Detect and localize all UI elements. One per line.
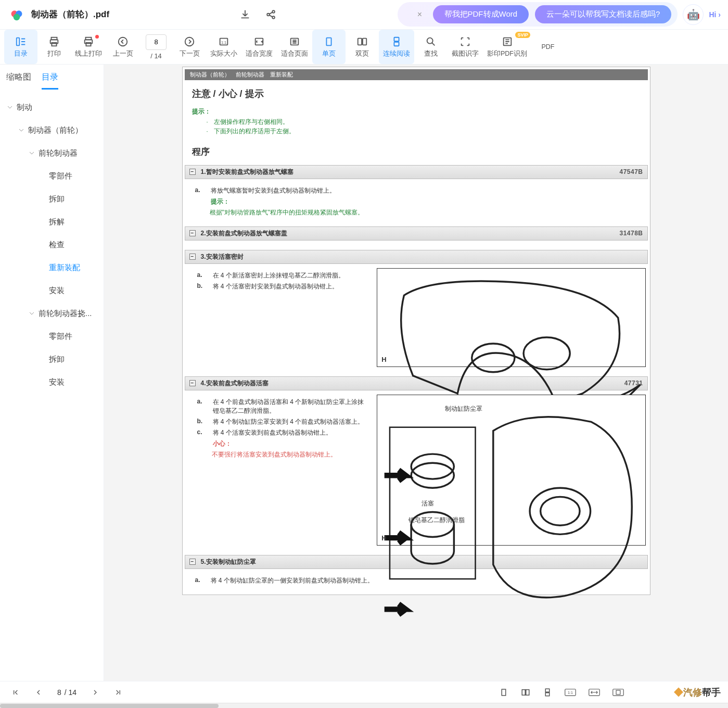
single-view-icon[interactable] [499, 688, 508, 697]
horizontal-scrollbar[interactable] [0, 703, 728, 708]
assistant-avatar-icon[interactable]: 🤖 [683, 4, 704, 25]
tool-print[interactable]: 打印 [37, 30, 71, 64]
search-icon [425, 36, 437, 47]
collapse-icon[interactable]: − [189, 230, 196, 236]
toc-item[interactable]: 前轮制动器挠... [0, 302, 104, 325]
notification-dot-icon [95, 35, 99, 39]
step-title: 5.安装制动缸防尘罩 [201, 558, 256, 566]
toc-item[interactable]: 拆卸 [0, 187, 104, 210]
svg-point-2 [14, 14, 20, 20]
app-logo-icon [9, 7, 24, 22]
toc-item[interactable]: 制动器（前轮） [0, 119, 104, 142]
toc-label: 安装 [49, 286, 65, 296]
step-header: − 1.暂时安装前盘式制动器放气螺塞 47547B [185, 165, 648, 179]
tool-pdf-label: PDF [542, 43, 555, 50]
first-page-icon[interactable] [11, 688, 20, 697]
svg-rect-23 [394, 42, 399, 45]
tool-actual-size[interactable]: 1:1 实际大小 [206, 30, 241, 64]
figure: H [377, 268, 645, 367]
svg-point-32 [530, 488, 591, 534]
document-viewport[interactable]: 制动器（前轮） 前轮制动器 重新装配 注意 / 小心 / 提示 提示： 左侧操作… [104, 65, 728, 681]
collapse-icon[interactable]: − [189, 254, 196, 260]
share-icon[interactable] [265, 9, 277, 20]
chevron-left-circle-icon [117, 36, 129, 47]
promo-button-1[interactable]: 帮我把PDF转成Word [433, 5, 529, 23]
toc-item[interactable]: 零部件 [0, 325, 104, 348]
breadcrumb: 制动器（前轮） 前轮制动器 重新装配 [185, 69, 648, 80]
print-icon [48, 36, 60, 47]
toc-item[interactable]: 拆解 [0, 210, 104, 233]
page-number-input[interactable] [146, 34, 167, 50]
step-title: 3.安装活塞密封 [201, 252, 244, 261]
svg-point-13 [119, 37, 127, 46]
download-icon[interactable] [239, 9, 251, 20]
tool-pdf[interactable]: PDF [531, 30, 565, 64]
tool-photo-ocr-label: 影印PDF识别 [487, 49, 527, 58]
tool-photo-ocr[interactable]: SVIP 影印PDF识别 [483, 30, 531, 64]
step-header: − 3.安装活塞密封 [185, 250, 648, 264]
zoom-11-icon[interactable]: 1:1 [565, 688, 576, 697]
toc-item[interactable]: 安装 [0, 279, 104, 302]
prev-page-icon[interactable] [34, 688, 43, 697]
toc-label: 拆解 [49, 217, 65, 227]
toc-item[interactable]: 零部件 [0, 165, 104, 187]
step-title: 1.暂时安装前盘式制动器放气螺塞 [201, 168, 293, 176]
toc-item-active[interactable]: 重新装配 [0, 256, 104, 279]
promo-button-2[interactable]: 云一朵可以帮我写文档读后感吗? [535, 5, 671, 23]
svg-rect-38 [545, 692, 550, 696]
double-view-icon[interactable] [521, 688, 530, 697]
tool-fit-page[interactable]: 适合页面 [277, 30, 312, 64]
catalog-icon [15, 36, 27, 47]
tool-online-print[interactable]: 线上打印 [71, 30, 106, 64]
promo-close-button[interactable]: × [413, 8, 427, 21]
svg-rect-20 [358, 38, 362, 45]
next-page-icon[interactable] [91, 688, 99, 697]
tool-next-page[interactable]: 下一页 [173, 30, 206, 64]
step-title: 4.安装前盘式制动器活塞 [201, 379, 269, 388]
zoom-fit-icon[interactable] [612, 688, 624, 697]
collapse-icon[interactable]: − [189, 169, 196, 175]
tab-toc[interactable]: 目录 [42, 72, 58, 90]
collapse-icon[interactable]: − [189, 380, 196, 386]
step-text: 将 4 个活塞安装到前盘式制动器制动钳上。 [213, 428, 369, 437]
continuous-view-icon[interactable] [543, 688, 552, 697]
figure: 制动缸防尘罩 活塞 锂皂基乙二醇润滑脂 H [377, 395, 645, 546]
toc-item[interactable]: 拆卸 [0, 348, 104, 371]
single-page-icon [323, 36, 335, 47]
toc-item[interactable]: 前轮制动器 [0, 142, 104, 165]
tool-screenshot-ocr[interactable]: 截图识字 [448, 30, 483, 64]
toolbar: 目录 打印 线上打印 上一页 / 14 下一页 1:1 实际大小 [0, 29, 728, 65]
toc-item[interactable]: 制动 [0, 96, 104, 119]
collapse-icon[interactable]: − [189, 559, 196, 565]
svg-point-24 [427, 37, 433, 43]
caret-down-icon [7, 105, 12, 110]
tool-double-page[interactable]: 双页 [346, 30, 379, 64]
tool-prev-page[interactable]: 上一页 [106, 30, 139, 64]
toc-item[interactable]: 安装 [0, 371, 104, 394]
tool-fit-width[interactable]: 适合宽度 [241, 30, 277, 64]
footer-page: 8 [57, 688, 61, 697]
continuous-icon [391, 36, 402, 47]
scrollbar-thumb[interactable] [0, 704, 219, 708]
toc-item[interactable]: 检查 [0, 233, 104, 256]
footer-total: / 14 [65, 688, 76, 697]
tool-continuous[interactable]: 连续阅读 [379, 30, 414, 64]
tool-find-label: 查找 [424, 49, 438, 58]
step-title: 2.安装前盘式制动器放气螺塞盖 [201, 229, 287, 238]
step-code: 31478B [619, 230, 643, 237]
tool-single-page[interactable]: 单页 [312, 30, 346, 64]
tool-continuous-label: 连续阅读 [383, 49, 410, 58]
photo-ocr-icon [502, 36, 513, 47]
toc-label: 重新装配 [49, 263, 80, 273]
watermark: ◆汽修帮手 [674, 686, 721, 699]
tab-thumbnails[interactable]: 缩略图 [6, 72, 31, 90]
last-page-icon[interactable] [114, 688, 122, 697]
tool-print-label: 打印 [47, 49, 61, 58]
tool-find[interactable]: 查找 [414, 30, 448, 64]
file-name: 制动器（前轮）.pdf [31, 8, 109, 20]
toc-label: 检查 [49, 240, 65, 250]
zoom-fitw-icon[interactable] [589, 688, 600, 697]
tool-catalog[interactable]: 目录 [4, 30, 37, 64]
hint-label: 提示： [192, 107, 641, 116]
hi-label[interactable]: Hi › [709, 10, 721, 19]
